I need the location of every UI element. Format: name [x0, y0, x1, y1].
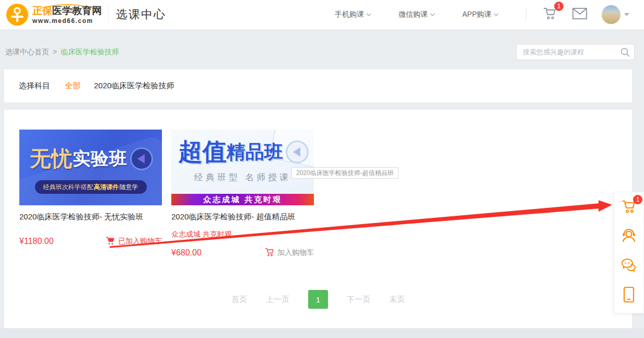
logo-text: 正保医学教育网 www.med66.com: [32, 4, 102, 25]
banner-tagline: 经典班次科学搭配 高清课件随意学: [35, 180, 147, 194]
course-hover-tooltip: 2020临床医学检验技师-超值精品班: [291, 167, 399, 179]
breadcrumb: 选课中心首页>临床医学检验技师: [5, 48, 119, 57]
nav-app-buy[interactable]: APP购课: [462, 10, 499, 19]
nav-label: 手机购课: [335, 10, 364, 19]
nav-mobile-buy[interactable]: 手机购课: [335, 10, 371, 19]
cart-action-label: 已加入购物车: [118, 237, 162, 246]
cart-action-label: 加入购物车: [277, 248, 314, 258]
added-to-cart-button[interactable]: 已加入购物车: [106, 236, 162, 247]
header-divider: [108, 6, 109, 24]
nav-label: APP购课: [462, 10, 491, 19]
course-promo-text: 众志成城 共克时艰: [171, 230, 314, 239]
avatar: [602, 5, 620, 24]
banner-title-accent: 超值: [179, 136, 227, 168]
chevron-down-icon: [494, 13, 499, 17]
search-input[interactable]: [517, 48, 619, 56]
logo-icon: [6, 4, 28, 26]
page: 正保医学教育网 www.med66.com 选课中心 手机购课 微信购课 AP: [0, 0, 644, 338]
breadcrumb-row: 选课中心首页>临床医学检验技师: [0, 30, 644, 69]
site-url: www.med66.com: [32, 18, 102, 25]
course-title[interactable]: 2020临床医学检验技师- 超值精品班: [171, 212, 314, 222]
breadcrumb-current: 临床医学检验技师: [61, 48, 119, 56]
nav-wechat-buy[interactable]: 微信购课: [399, 10, 435, 19]
mobile-phone-icon: [622, 286, 636, 305]
chevron-down-icon: [430, 13, 435, 17]
header-pipe-divider: [526, 9, 526, 20]
add-to-cart-button[interactable]: 加入购物车: [265, 248, 314, 258]
course-card-wuyou: 无忧实验班 经典班次科学搭配 高清课件随意学 2020临床医学检验技师- 无忧实…: [19, 130, 162, 247]
bottom-band: [0, 328, 644, 338]
cart-filled-icon: [106, 236, 115, 247]
course-list-card: 无忧实验班 经典班次科学搭配 高清课件随意学 2020临床医学检验技师- 无忧实…: [4, 110, 632, 328]
breadcrumb-home[interactable]: 选课中心首页: [5, 48, 49, 56]
banner-title-accent: 无忧: [30, 144, 73, 173]
cart-count-badge: 1: [554, 2, 564, 11]
search-icon[interactable]: [619, 47, 636, 57]
brand-name-primary: 正保: [32, 5, 52, 16]
pagination-first[interactable]: 首页: [231, 295, 247, 305]
cart-outline-icon: [265, 248, 274, 258]
breadcrumb-separator: >: [53, 48, 57, 56]
search-box: [516, 44, 635, 60]
pagination: 首页 上一页 1 下一页 末页: [4, 290, 632, 309]
play-icon: [132, 149, 151, 169]
wechat-chat-icon: [620, 258, 637, 275]
floating-toolbar: 1: [614, 192, 644, 313]
toolbar-cart-badge: 1: [633, 195, 642, 204]
site-logo[interactable]: 正保医学教育网 www.med66.com: [6, 4, 102, 26]
header-cart-button[interactable]: 1: [542, 6, 558, 23]
nav-label: 微信购课: [399, 10, 428, 19]
pagination-last[interactable]: 末页: [389, 295, 405, 305]
header-right: 手机购课 微信购课 APP购课: [335, 5, 629, 24]
course-title[interactable]: 2020临床医学检验技师- 无忧实验班: [19, 212, 162, 222]
messages-button[interactable]: [572, 8, 587, 21]
toolbar-cart-button[interactable]: 1: [620, 199, 638, 216]
chevron-down-icon: [624, 13, 629, 16]
toolbar-customer-service-button[interactable]: [620, 228, 638, 246]
mobile-app-button[interactable]: [620, 287, 638, 305]
pagination-page-1[interactable]: 1: [308, 290, 328, 309]
filter-card: 选择科目 全部 2020临床医学检验技师: [4, 69, 632, 102]
mail-icon: [572, 8, 587, 21]
banner-strip: 众志成城 共克时艰: [171, 194, 314, 205]
banner-title-rest: 实验班: [73, 147, 127, 171]
pagination-next[interactable]: 下一页: [347, 295, 370, 305]
filter-option-course[interactable]: 2020临床医学检验技师: [94, 81, 174, 91]
wechat-chat-button[interactable]: [620, 258, 638, 275]
filter-label: 选择科目: [19, 81, 50, 91]
course-price: ¥680.00: [171, 248, 202, 258]
filter-option-all[interactable]: 全部: [65, 81, 80, 91]
course-price: ¥1180.00: [19, 237, 54, 246]
play-icon: [287, 142, 307, 162]
course-banner-wuyou[interactable]: 无忧实验班 经典班次科学搭配 高清课件随意学: [19, 130, 162, 205]
header: 正保医学教育网 www.med66.com 选课中心 手机购课 微信购课 AP: [0, 0, 644, 30]
brand-name-secondary: 医学教育网: [52, 5, 102, 16]
user-menu[interactable]: [602, 5, 629, 24]
page-title: 选课中心: [116, 7, 166, 22]
pagination-prev[interactable]: 上一页: [266, 295, 289, 305]
course-card-chaozhi: 超值精品班 经典班型 名师授课 众志成城 共克时艰 2020临床医学检验技师- …: [171, 130, 314, 258]
banner-title-rest: 精品班: [227, 139, 283, 165]
chevron-down-icon: [366, 13, 371, 17]
customer-service-icon: [620, 228, 637, 247]
